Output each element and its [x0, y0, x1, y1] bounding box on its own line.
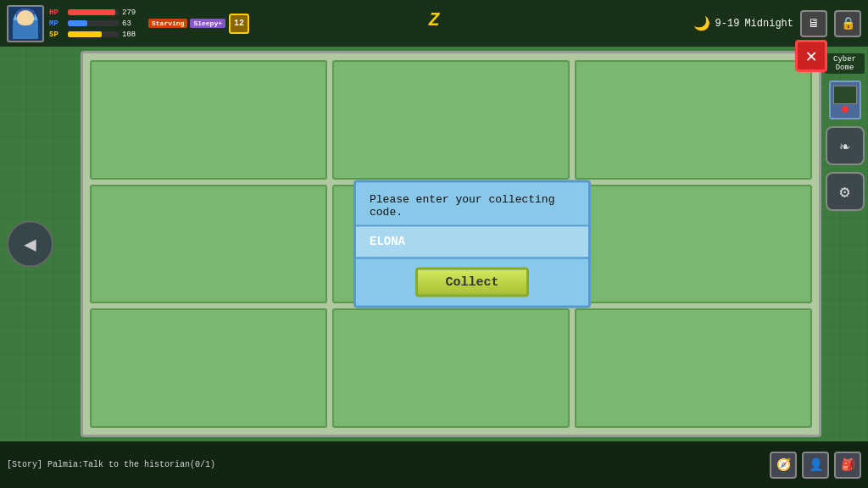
- period-text: Midnight: [744, 18, 793, 30]
- level-badge: 12: [229, 14, 249, 34]
- grid-cell-5: [575, 185, 812, 304]
- sp-row: SP 108: [49, 30, 143, 39]
- bottom-bar: [Story] Palmia:Talk to the historian(0/1…: [0, 441, 868, 488]
- starving-badge: Starving: [148, 19, 187, 28]
- modal-overlay: ✕ Please enter your collecting code. ELO…: [76, 47, 868, 441]
- dialog-header: Please enter your collecting code.: [356, 183, 588, 227]
- bottom-icon-3[interactable]: 🎒: [834, 452, 861, 479]
- grid-cell-8: [575, 308, 812, 428]
- collecting-code-dialog: Please enter your collecting code. ELONA…: [353, 180, 591, 308]
- z-indicator: Z: [428, 10, 439, 31]
- monitor-button[interactable]: 🖥: [800, 10, 827, 37]
- grid-cell-1: [332, 60, 570, 180]
- hp-bar-bg: [68, 9, 119, 15]
- dialog-input-area[interactable]: ELONA: [356, 227, 588, 258]
- dialog-footer: Collect: [356, 258, 588, 306]
- grid-cell-3: [90, 185, 327, 304]
- sp-bar: [68, 31, 102, 37]
- story-text: [Story] Palmia:Talk to the historian(0/1…: [7, 460, 763, 469]
- mp-row: MP 63: [49, 19, 143, 28]
- grid-cell-7: [332, 308, 570, 428]
- mp-value: 63: [122, 19, 143, 28]
- close-button[interactable]: ✕: [795, 40, 827, 72]
- left-nav: ◀: [7, 221, 53, 268]
- hp-row: HP 279: [49, 8, 143, 17]
- grid-cell-0: [90, 60, 327, 180]
- sp-label: SP: [49, 30, 64, 39]
- grid-cell-6: [90, 308, 327, 428]
- hp-value: 279: [122, 8, 143, 17]
- left-arrow-button[interactable]: ◀: [7, 221, 53, 268]
- avatar: [7, 5, 44, 42]
- moon-icon: 🌙: [693, 15, 710, 32]
- date-text: 9-19: [715, 18, 740, 30]
- grid-cell-2: [575, 60, 812, 180]
- hp-label: HP: [49, 8, 64, 17]
- bottom-icon-1[interactable]: 🧭: [770, 452, 797, 479]
- mp-bar-bg: [68, 20, 119, 26]
- top-hud-right: 🌙 9-19 Midnight 🖥 🔒: [693, 10, 861, 37]
- time-display: 🌙 9-19 Midnight: [693, 15, 793, 32]
- mp-label: MP: [49, 19, 64, 28]
- close-icon: ✕: [805, 45, 816, 68]
- dialog-input-value: ELONA: [370, 235, 405, 248]
- lock-button[interactable]: 🔒: [834, 10, 861, 37]
- dialog-prompt: Please enter your collecting code.: [370, 193, 575, 219]
- hp-bar: [68, 9, 115, 15]
- sp-value: 108: [122, 30, 143, 39]
- bottom-icon-2[interactable]: 👤: [802, 452, 829, 479]
- mp-bar: [68, 20, 87, 26]
- sleepy-badge: Sleepy+: [190, 19, 225, 28]
- status-badges: Starving Sleepy+: [148, 19, 225, 28]
- bottom-icons: 🧭 👤 🎒: [770, 452, 861, 479]
- sp-bar-bg: [68, 31, 119, 37]
- collect-button[interactable]: Collect: [415, 268, 528, 297]
- stats-panel: HP 279 MP 63 SP 108: [49, 8, 143, 39]
